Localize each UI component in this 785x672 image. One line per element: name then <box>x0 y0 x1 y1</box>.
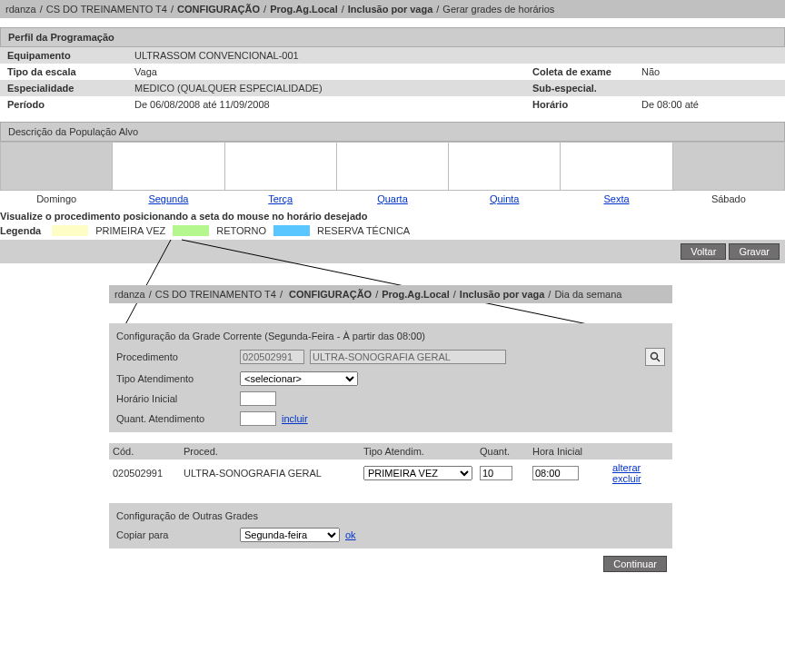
day-cell-terca[interactable] <box>224 143 336 191</box>
day-link-segunda[interactable]: Segunda <box>148 193 188 204</box>
tipo-escala-value: Vaga <box>134 66 532 77</box>
proc-code-input <box>240 350 304 364</box>
col-tipo: Tipo Atendim. <box>360 443 476 460</box>
tipo-atend-select[interactable]: <selecionar> <box>240 371 358 386</box>
day-link-terca[interactable]: Terça <box>268 193 293 204</box>
col-quant: Quant. <box>476 443 529 460</box>
swatch-primeira <box>52 225 88 236</box>
svg-point-2 <box>651 353 658 360</box>
legend-reserva: RESERVA TÉCNICA <box>317 225 410 236</box>
day-link-quinta[interactable]: Quinta <box>490 193 519 204</box>
qtd-atend-input[interactable] <box>240 411 276 426</box>
day-cell-domingo[interactable] <box>1 143 113 191</box>
voltar-button[interactable]: Voltar <box>681 243 726 260</box>
coleta-label: Coleta de exame <box>532 66 641 77</box>
tipo-escala-label: Tipo da escala <box>7 66 134 77</box>
outras-title: Configuração de Outras Grades <box>116 507 665 525</box>
day-label-domingo: Domingo <box>1 191 113 208</box>
list-row: 020502991 ULTRA-SONOGRAFIA GERAL PRIMEIR… <box>109 460 672 487</box>
gravar-button[interactable]: Gravar <box>729 243 780 260</box>
day-cell-segunda[interactable] <box>113 143 224 191</box>
col-cod: Cód. <box>109 443 180 460</box>
day-cell-sexta[interactable] <box>561 143 672 191</box>
day-cell-sabado[interactable] <box>672 143 784 191</box>
ok-link[interactable]: ok <box>345 529 356 540</box>
continuar-button[interactable]: Continuar <box>603 556 667 572</box>
esp-label: Especialidade <box>7 83 134 94</box>
equip-value: ULTRASSOM CONVENCIONAL-001 <box>134 50 778 61</box>
row-proc: ULTRA-SONOGRAFIA GERAL <box>180 460 360 487</box>
day-link-sexta[interactable]: Sexta <box>603 193 629 204</box>
copiar-select[interactable]: Segunda-feira <box>240 528 340 542</box>
qtd-atend-label: Quant. Atendimento <box>116 413 234 424</box>
row-quant-input[interactable] <box>480 466 512 480</box>
proc-label: Procedimento <box>116 351 234 362</box>
breadcrumb-top: rdanza/ CS DO TREINAMENTO T4/ CONFIGURAÇ… <box>0 0 785 18</box>
sub-value <box>641 83 778 94</box>
esp-value: MEDICO (QUALQUER ESPECIALIDADE) <box>134 83 532 94</box>
hora-inicial-input[interactable] <box>240 391 276 406</box>
day-label-sabado: Sábado <box>672 191 784 208</box>
horario-label: Horário <box>532 99 641 110</box>
row-hora-input[interactable] <box>532 466 579 480</box>
instruction-text: Visualize o procedimento posicionando a … <box>0 207 785 223</box>
perfil-title: Perfil da Programação <box>0 27 785 47</box>
excluir-link[interactable]: excluir <box>612 473 641 484</box>
alterar-link[interactable]: alterar <box>612 462 641 473</box>
swatch-retorno <box>173 225 209 236</box>
incluir-link[interactable]: incluir <box>282 413 308 424</box>
day-cell-quarta[interactable] <box>336 143 448 191</box>
search-icon[interactable] <box>645 348 665 366</box>
legend-primeira: PRIMEIRA VEZ <box>95 225 165 236</box>
svg-line-3 <box>657 359 660 361</box>
proc-name-input <box>310 350 506 364</box>
horario-value: De 08:00 até <box>641 99 778 110</box>
col-proc: Proced. <box>180 443 360 460</box>
legend-retorno: RETORNO <box>216 225 266 236</box>
pop-title: Descrição da População Alvo <box>0 122 785 142</box>
hora-inicial-label: Horário Inicial <box>116 393 234 404</box>
periodo-value: De 06/08/2008 até 11/09/2008 <box>134 99 532 110</box>
row-cod: 020502991 <box>109 460 180 487</box>
col-hora: Hora Inicial <box>529 443 609 460</box>
legend-label: Legenda <box>0 225 41 236</box>
coleta-value: Não <box>641 66 778 77</box>
population-grid: Domingo Segunda Terça Quarta Quinta Sext… <box>0 142 785 207</box>
row-tipo-select[interactable]: PRIMEIRA VEZ <box>363 466 472 480</box>
grade-title: Configuração da Grade Corrente (Segunda-… <box>116 327 665 345</box>
tipo-atend-label: Tipo Atendimento <box>116 373 234 384</box>
equip-label: Equipamento <box>7 50 134 61</box>
day-link-quarta[interactable]: Quarta <box>377 193 408 204</box>
periodo-label: Período <box>7 99 134 110</box>
breadcrumb-detail: rdanza/ CS DO TREINAMENTO T4/ CONFIGURAÇ… <box>109 285 672 303</box>
day-cell-quinta[interactable] <box>449 143 561 191</box>
swatch-reserva <box>273 225 310 236</box>
copiar-label: Copiar para <box>116 529 234 540</box>
sub-label: Sub-especial. <box>532 83 641 94</box>
